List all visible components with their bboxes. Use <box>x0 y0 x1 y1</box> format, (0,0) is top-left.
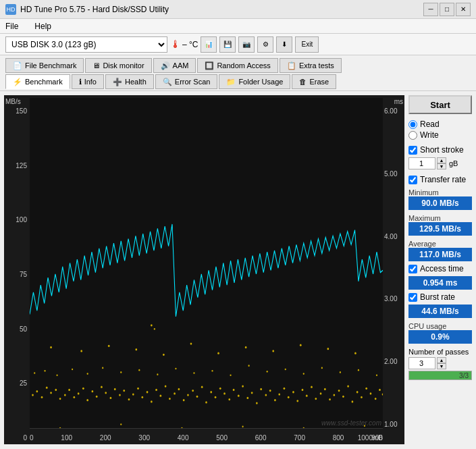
close-button[interactable]: ✕ <box>456 3 471 16</box>
y-label-r-6: 6.00 <box>383 107 404 115</box>
titlebar-controls[interactable]: ─ □ ✕ <box>423 3 471 16</box>
svg-point-9 <box>68 389 70 391</box>
short-stroke-input[interactable] <box>408 157 435 169</box>
svg-point-60 <box>302 389 304 391</box>
read-label: Read <box>420 120 440 129</box>
write-radio-label[interactable]: Write <box>408 130 472 140</box>
toolbar-btn-3[interactable]: 📷 <box>238 36 255 53</box>
chart-svg <box>30 98 383 428</box>
disk-selector[interactable]: USB DISK 3.0 (123 gB) <box>5 36 167 53</box>
read-write-radio-group: Read Write <box>408 120 472 140</box>
svg-point-109 <box>300 344 302 346</box>
svg-point-110 <box>327 348 329 350</box>
tabs-area: 📄 File Benchmark 🖥 Disk monitor 🔊 AAM 🔲 … <box>0 55 476 91</box>
tab-error-scan[interactable]: 🔍 Error Scan <box>155 74 218 89</box>
temperature-value: – °C <box>182 40 198 49</box>
burst-rate-label: Burst rate <box>420 292 455 302</box>
gridline-6 <box>30 428 383 429</box>
read-radio[interactable] <box>408 120 417 129</box>
svg-point-38 <box>201 386 203 388</box>
short-stroke-label: Short stroke <box>420 145 464 155</box>
y-label-150: 150 <box>4 107 30 115</box>
tab-health[interactable]: ➕ Health <box>105 74 154 89</box>
burst-rate-checkbox[interactable] <box>408 293 417 302</box>
svg-point-53 <box>269 390 271 392</box>
temperature-display: 🌡 – °C <box>170 38 198 51</box>
maximum-label: Maximum <box>408 214 472 222</box>
cpu-label: CPU usage <box>408 322 472 330</box>
tab-info[interactable]: ℹ Info <box>72 74 104 89</box>
svg-point-50 <box>256 402 258 404</box>
svg-point-58 <box>292 391 294 393</box>
svg-point-10 <box>73 396 75 398</box>
bench-icon: ⚡ <box>13 78 22 86</box>
svg-point-101 <box>80 350 82 352</box>
toolbar-btn-2[interactable]: 💾 <box>219 36 236 53</box>
svg-point-72 <box>356 391 359 393</box>
tab-disk-monitor[interactable]: 🖥 Disk monitor <box>85 58 151 73</box>
menu-file[interactable]: File <box>3 20 21 32</box>
tab-erase[interactable]: 🗑 Erase <box>292 74 336 89</box>
svg-point-112 <box>151 324 153 326</box>
svg-point-77 <box>379 389 381 391</box>
passes-down[interactable]: ▼ <box>437 363 446 369</box>
right-panel: Start Read Write Short stroke ▲ ▼ gB <box>404 91 476 448</box>
toolbar-btn-5[interactable]: ⬇ <box>276 36 292 53</box>
svg-point-80 <box>44 370 45 372</box>
minimum-section: Minimum 90.0 MB/s <box>408 187 472 210</box>
tab-aam[interactable]: 🔊 AAM <box>153 58 196 73</box>
svg-point-75 <box>370 392 372 394</box>
tab-folder-usage[interactable]: 📁 Folder Usage <box>219 74 290 89</box>
svg-point-81 <box>56 374 57 376</box>
y-label-0: 0 <box>4 434 30 442</box>
svg-point-111 <box>354 352 356 354</box>
toolbar-btn-1[interactable]: 📊 <box>201 36 217 53</box>
svg-point-82 <box>72 369 73 371</box>
minimize-button[interactable]: ─ <box>423 3 438 16</box>
svg-point-1 <box>32 394 34 396</box>
svg-point-4 <box>46 387 48 389</box>
svg-point-26 <box>147 391 149 393</box>
exit-button[interactable]: Exit <box>295 36 319 53</box>
svg-point-70 <box>347 385 349 387</box>
start-button[interactable]: Start <box>408 95 472 114</box>
menu-help[interactable]: Help <box>32 20 54 32</box>
tab-benchmark[interactable]: ⚡ Benchmark <box>5 74 70 89</box>
y-label-r-5: 5.00 <box>383 170 404 178</box>
short-stroke-checkbox[interactable] <box>408 146 417 155</box>
maximize-button[interactable]: □ <box>440 3 454 16</box>
transfer-rate-checkbox[interactable] <box>408 176 417 184</box>
svg-point-54 <box>274 399 276 401</box>
svg-point-17 <box>105 392 107 394</box>
svg-point-102 <box>108 345 110 347</box>
svg-point-91 <box>230 374 231 376</box>
write-radio[interactable] <box>408 131 417 140</box>
y-unit-left: MB/s <box>5 98 21 105</box>
tab-file-benchmark[interactable]: 📄 File Benchmark <box>5 58 84 73</box>
read-radio-label[interactable]: Read <box>408 120 472 129</box>
y-label-r-1: 1.00 <box>383 421 404 428</box>
tab-random-access[interactable]: 🔲 Random Access <box>197 58 277 73</box>
y-axis-right: ms 6.00 5.00 4.00 3.00 2.00 1.00 <box>383 95 404 431</box>
toolbar-btn-4[interactable]: ⚙ <box>257 36 273 53</box>
svg-point-104 <box>163 354 165 356</box>
passes-up[interactable]: ▲ <box>437 357 446 363</box>
short-stroke-down[interactable]: ▼ <box>437 163 446 169</box>
short-stroke-up[interactable]: ▲ <box>437 157 446 163</box>
titlebar: HD HD Tune Pro 5.75 - Hard Disk/SSD Util… <box>0 0 476 19</box>
svg-point-32 <box>174 392 176 394</box>
access-time-checkbox[interactable] <box>408 265 417 273</box>
svg-point-100 <box>50 346 52 348</box>
svg-point-16 <box>101 386 103 388</box>
passes-input[interactable] <box>408 357 435 369</box>
svg-point-69 <box>342 396 344 398</box>
svg-point-19 <box>114 388 116 390</box>
svg-point-36 <box>192 390 194 392</box>
svg-point-25 <box>141 396 143 398</box>
burst-rate-row: Burst rate <box>408 292 472 302</box>
svg-point-98 <box>358 369 359 371</box>
svg-point-79 <box>34 372 35 374</box>
tab-extra-tests[interactable]: 📋 Extra tests <box>280 58 342 73</box>
x-label-200: 200 <box>100 434 111 442</box>
svg-point-24 <box>137 388 139 390</box>
